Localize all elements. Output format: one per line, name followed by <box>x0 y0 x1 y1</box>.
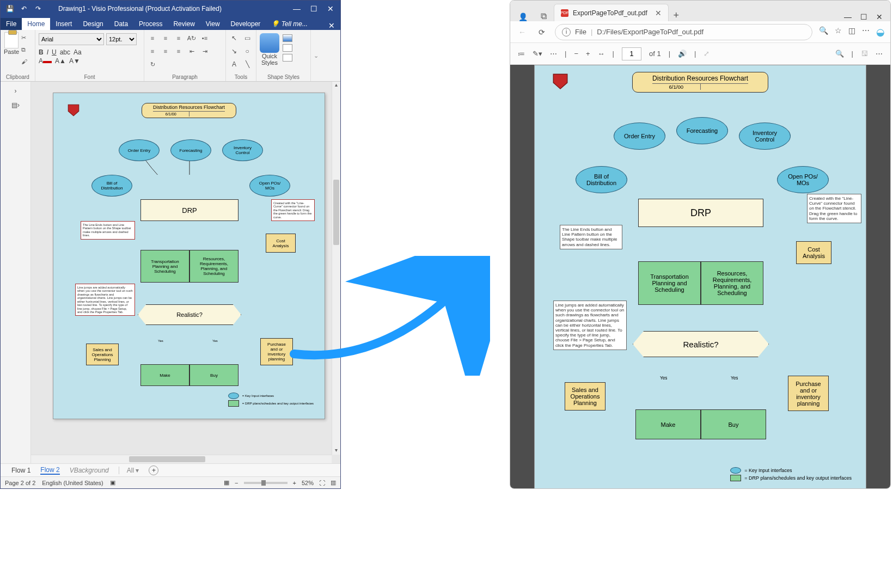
close-icon[interactable]: ✕ <box>327 4 334 13</box>
align-bottom-icon[interactable]: ≡ <box>174 33 184 43</box>
paste-button[interactable]: Paste <box>4 31 19 55</box>
tab-developer[interactable]: Developer <box>225 18 266 30</box>
pan-zoom-icon[interactable]: ▥ <box>331 479 336 486</box>
line-tool-icon[interactable]: ╲ <box>242 59 252 69</box>
tab-insert[interactable]: Insert <box>50 18 77 30</box>
pdf-viewer[interactable]: Distribution Resources Flowchart 6/1/00 <box>510 65 890 488</box>
connector-tool-icon[interactable]: ↘ <box>229 46 239 56</box>
shapes-rail-icon[interactable]: ▤› <box>11 101 20 109</box>
refresh-icon[interactable]: ⟳ <box>535 28 548 36</box>
tab-process[interactable]: Process <box>133 18 168 30</box>
new-tab-button[interactable]: + <box>669 10 684 21</box>
status-language[interactable]: English (United States) <box>42 480 103 486</box>
maximize-icon[interactable]: ☐ <box>860 13 867 21</box>
indent-inc-icon[interactable]: ⇥ <box>200 46 210 56</box>
add-page-button[interactable]: + <box>149 465 158 475</box>
presentation-mode-icon[interactable]: ▦ <box>224 479 229 486</box>
align-right-icon[interactable]: ≡ <box>174 46 184 56</box>
find-icon[interactable]: 🔍 <box>835 50 844 58</box>
zoom-out-icon[interactable]: − <box>574 50 578 58</box>
copilot-icon[interactable]: ◒ <box>876 26 885 38</box>
align-center-icon[interactable]: ≡ <box>161 46 170 56</box>
contents-icon[interactable]: ≔ <box>518 50 525 58</box>
minimize-icon[interactable]: — <box>293 4 301 13</box>
fit-window-icon[interactable]: ⛶ <box>319 480 325 486</box>
tab-actions-icon[interactable]: ⧉ <box>535 11 552 21</box>
macro-recorder-icon[interactable]: ▣ <box>110 479 115 486</box>
fit-width-icon[interactable]: ↔ <box>598 50 605 58</box>
bullets-icon[interactable]: •≡ <box>200 33 210 43</box>
browser-tab[interactable]: PDF ExportPageToPdf_out.pdf ✕ <box>554 4 669 21</box>
zoom-lens-icon[interactable]: 🔍 <box>819 26 828 38</box>
text-tool-icon[interactable]: A <box>229 59 239 69</box>
font-name-select[interactable]: Arial <box>39 33 104 45</box>
zoom-level[interactable]: 52% <box>302 480 314 486</box>
font-color-button[interactable]: A <box>39 57 52 65</box>
settings-more-icon[interactable]: ⋯ <box>862 26 870 38</box>
back-icon[interactable]: ← <box>516 28 529 36</box>
decrease-font-icon[interactable]: A▼ <box>69 57 80 65</box>
tell-me[interactable]: 💡 Tell me... <box>266 18 313 30</box>
scrollbar-thumb[interactable] <box>129 456 205 462</box>
strikethrough-button[interactable]: abc <box>60 48 70 56</box>
vertical-scrollbar[interactable]: ▴▾ <box>332 82 340 455</box>
page-tab-flow1[interactable]: Flow 1 <box>11 467 30 474</box>
page-tab-all[interactable]: All ▾ <box>119 467 139 474</box>
undo-icon[interactable]: ↶ <box>19 4 29 14</box>
save-icon[interactable]: 🖫 <box>861 50 868 58</box>
text-highlight-icon[interactable]: Aa <box>74 48 82 56</box>
increase-font-icon[interactable]: A▲ <box>55 57 66 65</box>
orientation-icon[interactable]: A↻ <box>187 33 197 43</box>
drawing-page[interactable]: Distribution Resources Flowchart 6/1/00 <box>53 93 325 419</box>
quick-styles-button[interactable]: Quick Styles <box>260 31 279 66</box>
address-bar[interactable]: i File | D:/Files/ExportPageToPdf_out.pd… <box>555 24 812 40</box>
copy-icon[interactable]: ⧉ <box>21 46 30 55</box>
fill-color-icon[interactable] <box>283 34 292 42</box>
toolbar-more-icon[interactable]: ⋯ <box>876 50 883 58</box>
ribbon-close-icon[interactable]: ✕ <box>323 21 340 30</box>
effects-icon[interactable] <box>283 54 292 62</box>
shapes-pane-collapsed[interactable]: › ▤› <box>1 82 31 463</box>
read-aloud-icon[interactable]: 🔊 <box>678 50 687 58</box>
align-middle-icon[interactable]: ≡ <box>161 33 170 43</box>
tab-data[interactable]: Data <box>109 18 133 30</box>
tab-home[interactable]: Home <box>22 18 50 30</box>
site-info-icon[interactable]: i <box>562 28 571 36</box>
ribbon-scroll-icon[interactable]: ⌄ <box>311 30 321 81</box>
horizontal-scrollbar[interactable] <box>31 455 332 463</box>
tab-view[interactable]: View <box>200 18 225 30</box>
tab-design[interactable]: Design <box>77 18 108 30</box>
line-color-icon[interactable] <box>283 44 292 52</box>
zoom-in-icon[interactable]: + <box>586 50 590 58</box>
page-number-input[interactable] <box>622 47 641 60</box>
bold-button[interactable]: B <box>39 48 44 56</box>
rotate-text-icon[interactable]: ↻ <box>148 59 157 69</box>
rotate-icon[interactable]: ⤢ <box>704 50 709 58</box>
format-painter-icon[interactable]: 🖌 <box>21 58 30 67</box>
tab-file[interactable]: File <box>1 18 22 30</box>
minimize-icon[interactable]: — <box>844 13 852 21</box>
zoom-out-icon[interactable]: − <box>235 480 238 486</box>
pointer-tool-icon[interactable]: ↖ <box>229 33 239 43</box>
tab-review[interactable]: Review <box>168 18 200 30</box>
ellipse-tool-icon[interactable]: ○ <box>242 46 252 56</box>
zoom-slider[interactable] <box>244 482 288 484</box>
indent-dec-icon[interactable]: ⇤ <box>187 46 197 56</box>
underline-button[interactable]: U <box>52 48 57 56</box>
font-size-select[interactable]: 12pt. <box>106 33 137 45</box>
page-tab-vbackground[interactable]: VBackground <box>70 467 109 474</box>
canvas-area[interactable]: Distribution Resources Flowchart 6/1/00 <box>31 82 340 463</box>
favorite-icon[interactable]: ☆ <box>835 26 842 38</box>
align-left-icon[interactable]: ≡ <box>148 46 157 56</box>
page-tab-flow2[interactable]: Flow 2 <box>40 466 59 475</box>
rectangle-tool-icon[interactable]: ▭ <box>242 33 252 43</box>
split-screen-icon[interactable]: ◫ <box>848 26 855 38</box>
tab-close-icon[interactable]: ✕ <box>655 9 662 17</box>
save-icon[interactable]: 💾 <box>5 4 15 14</box>
profile-button[interactable]: 👤 <box>510 13 535 21</box>
expand-shapes-icon[interactable]: › <box>15 87 17 95</box>
cut-icon[interactable]: ✂ <box>21 34 30 43</box>
zoom-in-icon[interactable]: + <box>293 480 296 486</box>
more-tools-icon[interactable]: ⋯ <box>550 50 557 58</box>
draw-icon[interactable]: ✎▾ <box>533 50 542 58</box>
